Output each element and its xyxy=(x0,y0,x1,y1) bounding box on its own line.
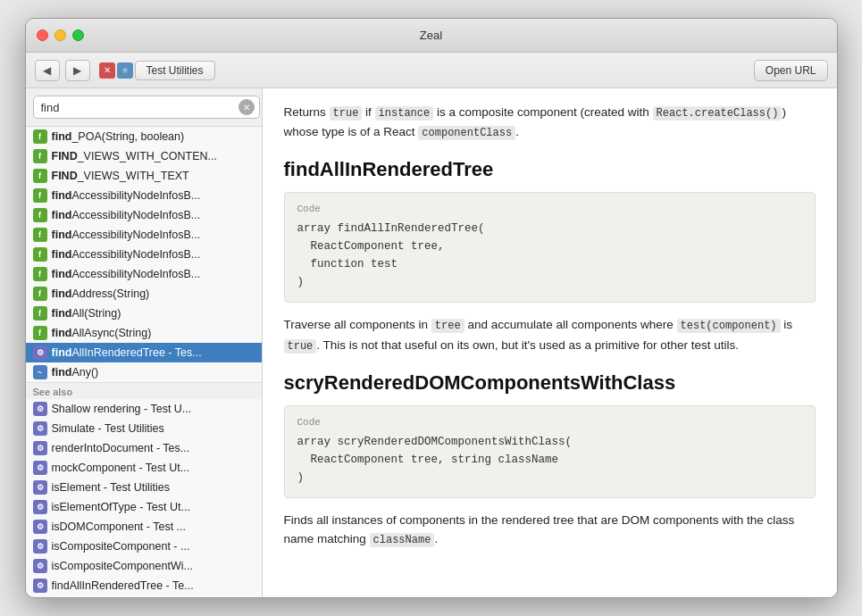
open-url-button[interactable]: Open URL xyxy=(754,60,828,81)
tab-test-utilities[interactable]: Test Utilities xyxy=(135,61,215,80)
item-label: find_POA(String, boolean) xyxy=(52,130,255,143)
back-button[interactable]: ◀ xyxy=(35,60,60,81)
item-label: findAccessibilityNodeInfosB... xyxy=(52,248,255,261)
code-createclass: React.createClass() xyxy=(653,106,782,121)
sidebar-item-renderintodocument[interactable]: ⚙ renderIntoDocument - Tes... xyxy=(26,438,262,458)
fn-icon: f xyxy=(33,287,47,301)
fn-icon: f xyxy=(33,306,47,320)
sidebar-item-find-views-content[interactable]: f FIND_VIEWS_WITH_CONTEN... xyxy=(26,146,262,166)
see-also-header: See also xyxy=(26,382,262,399)
item-label: findAllInRenderedTree - Tes... xyxy=(52,346,255,359)
item-label: isDOMComponent - Test ... xyxy=(52,520,255,533)
section-title-1: findAllInRenderedTree xyxy=(284,158,816,181)
sidebar-item-iscompositecomponentwi[interactable]: ⚙ isCompositeComponentWi... xyxy=(26,556,262,576)
search-input[interactable] xyxy=(33,96,260,119)
tab-area: ✕ ⚛ Test Utilities xyxy=(99,61,215,80)
item-label: findAccessibilityNodeInfosB... xyxy=(52,189,255,202)
gear-icon: ⚙ xyxy=(33,579,47,593)
tab-react-icon: ⚛ xyxy=(117,62,133,79)
sidebar-item-iselementoftype[interactable]: ⚙ isElementOfType - Test Ut... xyxy=(26,497,262,517)
search-clear-button[interactable]: ✕ xyxy=(239,99,255,115)
sidebar-item-scrydomcompo1[interactable]: ⚙ scryRenderedDOMCompo... xyxy=(26,595,262,597)
sidebar-item-findallinrenderedtree[interactable]: ⚙ findAllInRenderedTree - Tes... xyxy=(26,343,262,362)
sidebar-item-find-views-text[interactable]: f FIND_VIEWS_WITH_TEXT xyxy=(26,166,262,186)
item-label: isCompositeComponent - ... xyxy=(52,540,255,553)
sidebar-item-findallasync[interactable]: f findAllAsync(String) xyxy=(26,323,262,343)
sidebar-item-findallinrenderedtree2[interactable]: ⚙ findAllInRenderedTree - Te... xyxy=(26,576,262,595)
fn-icon: ~ xyxy=(33,365,47,379)
sidebar-item-findaccessibility5[interactable]: f findAccessibilityNodeInfosB... xyxy=(26,264,262,284)
gear-icon: ⚙ xyxy=(33,461,47,475)
sidebar-item-findaddress[interactable]: f findAddress(String) xyxy=(26,284,262,304)
code-label-1: Code xyxy=(297,204,802,214)
sidebar-item-findall[interactable]: f findAll(String) xyxy=(26,304,262,323)
item-label: FIND_VIEWS_WITH_CONTEN... xyxy=(52,150,255,162)
code-componentclass: componentClass xyxy=(418,126,515,140)
item-label: findAccessibilityNodeInfosB... xyxy=(52,268,255,280)
code-instance: instance xyxy=(375,106,434,121)
code-label-2: Code xyxy=(297,417,802,428)
gear-icon: ⚙ xyxy=(33,500,47,514)
main-area: ✕ f find_POA(String, boolean) f FIND_VIE… xyxy=(26,88,837,597)
code-true2: true xyxy=(284,339,317,354)
tab-close-icon[interactable]: ✕ xyxy=(99,62,115,79)
code-block-1: Code array findAllInRenderedTree( ReactC… xyxy=(284,192,816,303)
item-label: renderIntoDocument - Tes... xyxy=(52,442,255,454)
maximize-button[interactable] xyxy=(72,29,84,41)
sidebar-item-findaccessibility2[interactable]: f findAccessibilityNodeInfosB... xyxy=(26,205,262,225)
fn-icon: f xyxy=(33,326,47,340)
code-true: true xyxy=(330,106,363,121)
sidebar-item-mockcomponent[interactable]: ⚙ mockComponent - Test Ut... xyxy=(26,458,262,478)
sidebar-item-isdomcomponent[interactable]: ⚙ isDOMComponent - Test ... xyxy=(26,517,262,537)
item-label: isElementOfType - Test Ut... xyxy=(52,501,255,513)
gear-icon: ⚙ xyxy=(33,559,47,573)
minimize-button[interactable] xyxy=(54,29,66,41)
forward-button[interactable]: ▶ xyxy=(65,60,90,81)
item-label: findAllAsync(String) xyxy=(52,327,255,339)
titlebar: Zeal xyxy=(26,19,837,53)
sidebar-item-findaccessibility4[interactable]: f findAccessibilityNodeInfosB... xyxy=(26,245,262,264)
code-classname: className xyxy=(370,533,435,547)
sidebar-item-findaccessibility3[interactable]: f findAccessibilityNodeInfosB... xyxy=(26,225,262,245)
fn-icon: f xyxy=(33,267,47,281)
sidebar-item-shallow-rendering[interactable]: ⚙ Shallow rendering - Test U... xyxy=(26,399,262,419)
item-label: Simulate - Test Utilities xyxy=(52,422,255,435)
sidebar-item-findaccessibility1[interactable]: f findAccessibilityNodeInfosB... xyxy=(26,186,262,205)
gear-icon: ⚙ xyxy=(33,441,47,455)
item-label: findAccessibilityNodeInfosB... xyxy=(52,209,255,221)
gear-icon: ⚙ xyxy=(33,402,47,416)
sidebar-item-iselement[interactable]: ⚙ isElement - Test Utilities xyxy=(26,478,262,497)
sidebar-item-findany[interactable]: ~ findAny() xyxy=(26,362,262,382)
app-window: Zeal ◀ ▶ ✕ ⚛ Test Utilities Open URL ✕ f… xyxy=(25,18,838,598)
search-area: ✕ xyxy=(26,88,262,127)
item-label: mockComponent - Test Ut... xyxy=(52,462,255,474)
item-label: isCompositeComponentWi... xyxy=(52,560,255,572)
sidebar-item-iscompositecomponent[interactable]: ⚙ isCompositeComponent - ... xyxy=(26,537,262,556)
fn-icon: f xyxy=(33,208,47,222)
item-label: isElement - Test Utilities xyxy=(52,481,255,494)
code-testcomponent: test(component) xyxy=(677,319,781,333)
item-label: findAny() xyxy=(52,366,255,379)
sidebar: ✕ f find_POA(String, boolean) f FIND_VIE… xyxy=(26,88,263,597)
item-label: findAccessibilityNodeInfosB... xyxy=(52,229,255,241)
desc-paragraph-1: Traverse all components in tree and accu… xyxy=(284,315,816,354)
sidebar-item-find-poa[interactable]: f find_POA(String, boolean) xyxy=(26,127,262,146)
section-title-2: scryRenderedDOMComponentsWithClass xyxy=(284,371,816,395)
gear-icon: ⚙ xyxy=(33,539,47,554)
sidebar-item-simulate[interactable]: ⚙ Simulate - Test Utilities xyxy=(26,419,262,438)
item-label: findAddress(String) xyxy=(52,287,255,300)
gear-icon: ⚙ xyxy=(33,480,47,495)
item-label: findAllInRenderedTree - Te... xyxy=(52,579,255,592)
code-content-1: array findAllInRenderedTree( ReactCompon… xyxy=(297,220,802,291)
fn-icon: f xyxy=(33,188,47,203)
code-tree: tree xyxy=(431,319,464,333)
sidebar-list: f find_POA(String, boolean) f FIND_VIEWS… xyxy=(26,127,262,597)
toolbar: ◀ ▶ ✕ ⚛ Test Utilities Open URL xyxy=(26,53,837,88)
fn-icon: f xyxy=(33,169,47,183)
content-pane: Returns true if instance is a composite … xyxy=(263,88,837,597)
gear-icon: ⚙ xyxy=(33,421,47,436)
fn-icon: f xyxy=(33,149,47,163)
close-button[interactable] xyxy=(37,29,48,41)
traffic-lights xyxy=(37,29,84,41)
item-label: findAll(String) xyxy=(52,307,255,320)
